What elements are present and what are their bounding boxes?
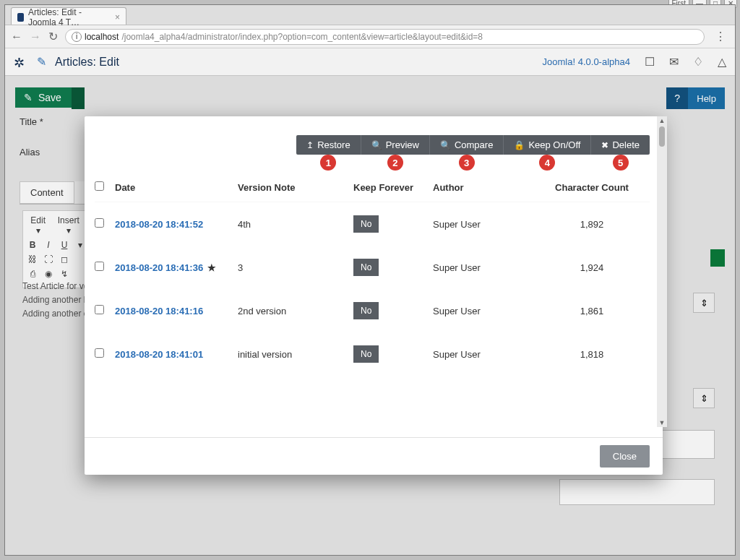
badge-3: 3	[459, 155, 475, 171]
tab-strip: Articles: Edit - Joomla 4 T… ×	[5, 5, 735, 25]
compare-icon: 🔍	[440, 140, 451, 150]
scroll-down-icon[interactable]: ▼	[658, 418, 666, 427]
select-all-checkbox[interactable]	[95, 181, 104, 191]
back-button[interactable]: ←	[11, 30, 22, 43]
badge-1: 1	[320, 155, 336, 171]
modal-overlay: ▲ ▼ ↥ Restore 1 🔍 Preview 2	[5, 48, 735, 555]
preview-label: Preview	[386, 139, 419, 150]
page-area: ✲ ✎ Articles: Edit Joomla! 4.0.0-alpha4 …	[5, 48, 735, 555]
favicon-icon	[17, 13, 24, 22]
version-note: 3	[238, 262, 353, 273]
col-date: Date	[115, 182, 238, 193]
tab-title: Articles: Edit - Joomla 4 T…	[28, 7, 108, 27]
keep-label: Keep On/Off	[528, 139, 580, 150]
url-path: /joomla4_alpha4/administrator/index.php?…	[121, 32, 483, 42]
version-author: Super User	[433, 219, 548, 230]
browser-window: Articles: Edit - Joomla 4 T… × ← → ↻ i l…	[4, 4, 736, 556]
url-input[interactable]: i localhost /joomla4_alpha4/administrato…	[65, 29, 705, 45]
versions-modal: ▲ ▼ ↥ Restore 1 🔍 Preview 2	[85, 116, 663, 475]
row-checkbox[interactable]	[95, 348, 104, 358]
keep-toggle-button[interactable]: 🔒 Keep On/Off 4	[503, 135, 590, 155]
badge-4: 4	[539, 155, 555, 171]
col-keep: Keep Forever	[353, 182, 433, 193]
table-row: 2018-08-20 18:41:36 ★ 3 No Super User 1,…	[95, 246, 650, 289]
row-checkbox[interactable]	[95, 305, 104, 314]
version-date-link[interactable]: 2018-08-20 18:41:36 ★	[115, 262, 238, 273]
restore-button[interactable]: ↥ Restore 1	[296, 135, 361, 155]
delete-icon: ✖	[601, 140, 608, 150]
modal-footer: Close	[85, 437, 663, 475]
modal-toolbar: ↥ Restore 1 🔍 Preview 2 🔍 Compare 3	[296, 135, 650, 155]
reload-button[interactable]: ↻	[48, 30, 58, 43]
delete-button[interactable]: ✖ Delete 5	[590, 135, 650, 155]
table-row: 2018-08-20 18:41:01 initial version No S…	[95, 332, 650, 376]
version-note: 4th	[238, 219, 353, 230]
version-author: Super User	[433, 262, 548, 273]
version-author: Super User	[433, 349, 548, 360]
character-count: 1,818	[548, 349, 635, 360]
versions-table: Date Version Note Keep Forever Author Ch…	[95, 173, 650, 376]
badge-5: 5	[613, 155, 629, 171]
close-tab-icon[interactable]: ×	[115, 12, 120, 22]
scroll-up-icon[interactable]: ▲	[658, 116, 666, 125]
version-date-link[interactable]: 2018-08-20 18:41:52	[115, 219, 238, 230]
version-date-link[interactable]: 2018-08-20 18:41:16	[115, 306, 238, 316]
modal-scrollbar[interactable]: ▲ ▼	[657, 116, 667, 427]
close-button[interactable]: Close	[600, 445, 650, 468]
lock-icon: 🔒	[514, 140, 525, 150]
compare-label: Compare	[455, 139, 493, 150]
restore-icon: ↥	[306, 140, 314, 150]
version-date-link[interactable]: 2018-08-20 18:41:01	[115, 349, 238, 360]
keep-forever-toggle[interactable]: No	[353, 302, 379, 319]
scroll-thumb[interactable]	[659, 126, 665, 147]
character-count: 1,892	[548, 219, 635, 230]
badge-2: 2	[387, 155, 403, 171]
preview-icon: 🔍	[371, 140, 382, 150]
restore-label: Restore	[317, 139, 350, 150]
delete-label: Delete	[612, 139, 640, 150]
address-bar: ← → ↻ i localhost /joomla4_alpha4/admini…	[5, 25, 735, 48]
compare-button[interactable]: 🔍 Compare 3	[429, 135, 503, 155]
browser-menu-icon[interactable]: ⋮	[712, 30, 729, 43]
keep-forever-toggle[interactable]: No	[353, 215, 379, 233]
character-count: 1,861	[548, 306, 635, 316]
col-note: Version Note	[238, 182, 353, 193]
preview-button[interactable]: 🔍 Preview 2	[361, 135, 429, 155]
character-count: 1,924	[548, 262, 635, 273]
keep-forever-toggle[interactable]: No	[353, 259, 379, 276]
version-author: Super User	[433, 306, 548, 316]
col-author: Author	[433, 182, 548, 193]
forward-button[interactable]: →	[30, 30, 41, 43]
row-checkbox[interactable]	[95, 262, 104, 271]
site-info-icon[interactable]: i	[72, 32, 82, 42]
url-host: localhost	[85, 32, 119, 42]
version-note: initial version	[238, 349, 353, 360]
browser-tab[interactable]: Articles: Edit - Joomla 4 T… ×	[11, 7, 126, 25]
star-icon: ★	[205, 262, 216, 273]
version-note: 2nd version	[238, 306, 353, 316]
col-count: Character Count	[548, 182, 635, 193]
table-row: 2018-08-20 18:41:16 2nd version No Super…	[95, 289, 650, 332]
table-header: Date Version Note Keep Forever Author Ch…	[95, 173, 650, 202]
row-checkbox[interactable]	[95, 218, 104, 228]
keep-forever-toggle[interactable]: No	[353, 345, 379, 363]
table-row: 2018-08-20 18:41:52 4th No Super User 1,…	[95, 202, 650, 246]
